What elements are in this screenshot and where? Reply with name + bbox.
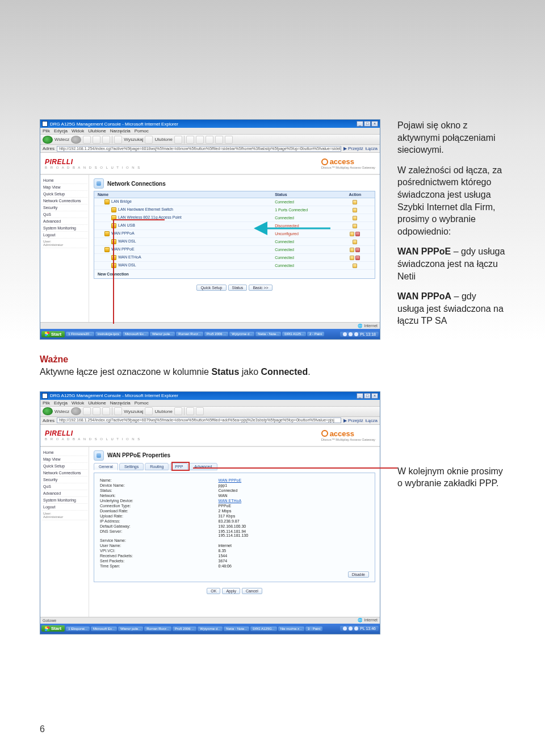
edit-icon[interactable] (353, 264, 357, 268)
back-button[interactable] (43, 136, 53, 144)
table-row[interactable]: LAN BridgeConnected (94, 198, 375, 206)
table-row[interactable]: WAN PPPoAUnconfigured (94, 230, 375, 238)
taskbar-item[interactable]: DRG A125... (282, 332, 306, 336)
table-row[interactable]: WAN DSLConnected (94, 238, 375, 246)
menu-favorites[interactable]: Ulubione (88, 128, 106, 133)
search-icon[interactable] (114, 407, 122, 415)
close-button[interactable]: × (371, 121, 378, 127)
delete-icon[interactable] (355, 248, 360, 252)
taskbar-item[interactable]: Roman Rucz... (176, 332, 203, 336)
edit-button[interactable] (206, 136, 213, 144)
delete-icon[interactable] (355, 256, 360, 260)
table-row[interactable]: WAN ETHoAConnected (94, 254, 375, 262)
menu-edit[interactable]: Edycja (54, 128, 68, 133)
property-value[interactable]: WAN ETHoA (219, 499, 369, 503)
taskbar-item[interactable]: 1 Firmware20... (66, 332, 94, 336)
menu-view[interactable]: Widok (72, 400, 84, 406)
menu-file[interactable]: Plik (43, 400, 50, 406)
forward-button[interactable] (71, 136, 81, 144)
taskbar-item[interactable]: Wiersz pole... (150, 332, 175, 336)
maximize-button[interactable]: □ (364, 393, 371, 399)
taskbar-item[interactable]: Nie można z... (278, 626, 304, 631)
links-label[interactable]: Łącza (366, 418, 378, 423)
minimize-button[interactable]: _ (357, 393, 363, 399)
sidebar-item-map-view[interactable]: Map View (41, 456, 87, 463)
sidebar-item-home[interactable]: Home (41, 177, 87, 184)
status-button[interactable]: Status (228, 285, 248, 291)
sidebar-item-network-connections[interactable]: Network Connections (41, 198, 87, 204)
forward-button[interactable] (71, 407, 81, 415)
table-row[interactable]: LAN Wireless 802.11g Access PointConnect… (94, 214, 375, 222)
taskbar-item[interactable]: Roman Rucz... (144, 626, 171, 631)
menu-file[interactable]: Plik (43, 128, 50, 133)
taskbar-item[interactable]: instrukcja-ipcs (95, 332, 121, 336)
tab-general[interactable]: General (94, 463, 118, 470)
sidebar-item-quick-setup[interactable]: Quick Setup (41, 463, 87, 470)
delete-icon[interactable] (355, 232, 360, 236)
favorites-icon[interactable] (145, 407, 153, 415)
table-row[interactable]: LAN Hardware Ethernet Switch1 Ports Conn… (94, 206, 375, 214)
sidebar-item-logout[interactable]: Logout (41, 504, 87, 511)
refresh-button[interactable] (93, 136, 100, 144)
history-button[interactable] (174, 136, 182, 144)
sidebar-item-advanced[interactable]: Advanced (41, 490, 87, 497)
print-button[interactable] (196, 407, 204, 415)
mail-button[interactable] (186, 136, 194, 144)
stop-button[interactable] (83, 407, 91, 415)
refresh-button[interactable] (93, 407, 100, 415)
edit-icon[interactable] (350, 248, 354, 252)
taskbar-item[interactable]: Netia - Note... (224, 626, 249, 631)
row-name[interactable]: LAN Bridge (94, 198, 274, 206)
table-row[interactable]: LAN USBDisconnected (94, 222, 375, 230)
search-icon[interactable] (114, 136, 122, 144)
stop-button[interactable] (83, 136, 91, 144)
apply-button[interactable]: Apply (222, 588, 240, 594)
address-input[interactable]: http://192.168.1.254/index.cgi?active%5f… (57, 146, 341, 152)
sidebar-item-security[interactable]: Security (41, 204, 87, 211)
menu-favorites[interactable]: Ulubione (88, 400, 106, 406)
taskbar-item[interactable]: 3 - Paint (305, 626, 322, 631)
edit-icon[interactable] (353, 216, 357, 220)
close-button[interactable]: × (371, 393, 378, 399)
menu-help[interactable]: Pomoc (135, 400, 149, 406)
address-input[interactable]: http://192.168.1.254/index.cgi?active%5f… (57, 417, 341, 423)
start-button[interactable]: Start (41, 331, 65, 337)
taskbar-item[interactable]: Netia - Note... (255, 332, 281, 336)
sidebar-item-system-monitoring[interactable]: System Monitoring (41, 225, 87, 232)
mail-button[interactable] (186, 407, 194, 415)
quick-setup-button[interactable]: Quick Setup (196, 285, 226, 291)
home-button[interactable] (102, 407, 110, 415)
sidebar-item-qos[interactable]: QoS (41, 211, 87, 218)
tab-settings[interactable]: Settings (119, 463, 144, 470)
links-label[interactable]: Łącza (366, 146, 378, 151)
maximize-button[interactable]: □ (364, 121, 371, 127)
sidebar-item-qos[interactable]: QoS (41, 483, 87, 490)
taskbar-item[interactable]: Microsoft Ex... (91, 626, 117, 631)
taskbar-item[interactable]: Microsoft Ex... (123, 332, 149, 336)
sidebar-item-logout[interactable]: Logout (41, 232, 87, 239)
table-row[interactable]: WAN PPPoEConnected (94, 246, 375, 254)
taskbar-item[interactable]: Wytyczne d... (198, 626, 223, 631)
taskbar-item[interactable]: DRG A125G... (250, 626, 276, 631)
print-button[interactable] (196, 136, 204, 144)
table-row[interactable]: WAN DSLConnected (94, 262, 375, 270)
row-name[interactable]: LAN USB (94, 222, 274, 229)
sidebar-item-home[interactable]: Home (41, 449, 87, 456)
back-button[interactable] (43, 407, 53, 415)
row-name[interactable]: WAN DSL (94, 262, 274, 269)
edit-icon[interactable] (353, 200, 357, 204)
go-button[interactable]: ▶ Przejdź (343, 146, 363, 151)
home-button[interactable] (102, 136, 110, 144)
row-name[interactable]: WAN DSL (94, 238, 274, 245)
new-connection-link[interactable]: New Connection (94, 270, 375, 278)
start-button[interactable]: Start (41, 625, 65, 632)
taskbar-item[interactable]: 1 Eksporat... (66, 626, 90, 631)
minimize-button[interactable]: _ (357, 121, 363, 127)
edit-icon[interactable] (353, 224, 357, 228)
taskbar-item[interactable]: Wiersz pole... (118, 626, 143, 631)
sidebar-item-map-view[interactable]: Map View (41, 184, 87, 191)
basic-button[interactable]: Basic >> (249, 285, 272, 291)
taskbar-item[interactable]: Pro5 2006 ... (173, 626, 196, 631)
sidebar-item-system-monitoring[interactable]: System Monitoring (41, 497, 87, 504)
edit-icon[interactable] (353, 240, 357, 244)
